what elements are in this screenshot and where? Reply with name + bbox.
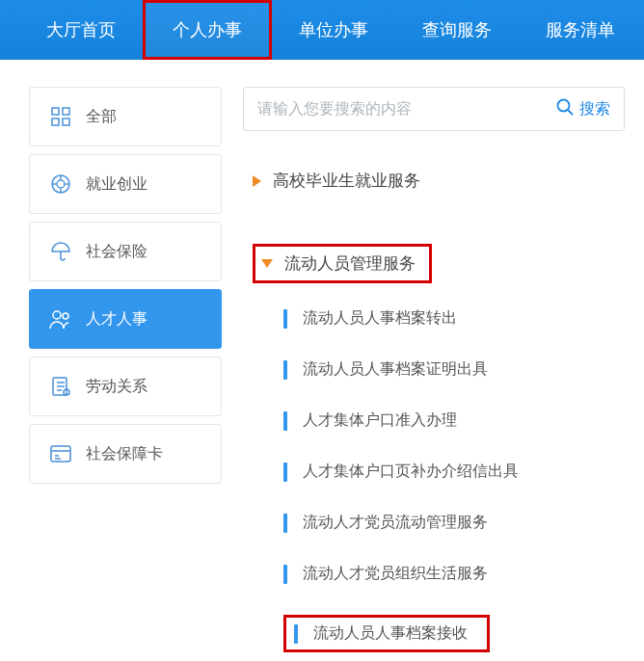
item-label: 流动人才党员组织生活服务 xyxy=(303,564,488,584)
sidebar-item-label: 社会保险 xyxy=(86,242,148,262)
item-label: 流动人员人事档案接收 xyxy=(313,623,468,644)
sidebar-item-insurance[interactable]: 社会保险 xyxy=(29,222,222,281)
nav-list[interactable]: 服务清单 xyxy=(519,0,642,60)
item-label: 人才集体户口页补办介绍信出具 xyxy=(303,462,519,482)
sidebar-item-label: 人才人事 xyxy=(86,309,148,330)
list-item[interactable]: 流动人员人事档案接收 xyxy=(243,599,625,661)
search-button-label: 搜索 xyxy=(579,99,610,119)
item-label: 流动人员人事档案证明出具 xyxy=(303,359,488,380)
list-item[interactable]: 流动人才党员流动管理服务 xyxy=(243,497,625,548)
sidebar-item-label: 社会保障卡 xyxy=(86,444,163,464)
bar-icon xyxy=(283,360,287,380)
triangle-right-icon xyxy=(253,175,261,187)
section-label: 流动人员管理服务 xyxy=(284,252,416,275)
list-item[interactable]: 流动人员人事档案转出 xyxy=(243,293,625,344)
bar-icon xyxy=(294,624,298,644)
nav-home[interactable]: 大厅首页 xyxy=(19,0,143,60)
sidebar-item-talent[interactable]: 人才人事 xyxy=(29,289,222,349)
item-label: 人才集体户口准入办理 xyxy=(303,410,457,431)
document-icon xyxy=(49,375,72,398)
sidebar-item-employment[interactable]: 就业创业 xyxy=(29,154,222,214)
list-item[interactable]: 人才集体户口页补办介绍信出具 xyxy=(243,446,625,497)
item-label: 流动人员人事档案转出 xyxy=(303,308,457,329)
nav-personal[interactable]: 个人办事 xyxy=(143,0,272,60)
search-button[interactable]: 搜索 xyxy=(556,98,610,119)
svg-point-11 xyxy=(558,100,570,112)
people-icon xyxy=(49,307,72,330)
list-item[interactable]: 流动人才党员组织生活服务 xyxy=(243,548,625,599)
triangle-down-icon xyxy=(261,259,273,268)
card-icon xyxy=(49,442,72,465)
search-icon xyxy=(556,98,574,119)
umbrella-icon xyxy=(49,240,72,263)
sidebar-item-card[interactable]: 社会保障卡 xyxy=(29,424,222,484)
svg-point-5 xyxy=(57,180,65,188)
list-item[interactable]: 流动人员人事档案证明出具 xyxy=(243,344,625,395)
bar-icon xyxy=(283,309,287,329)
svg-point-7 xyxy=(63,313,68,319)
svg-rect-0 xyxy=(52,108,59,115)
sidebar-item-all[interactable]: 全部 xyxy=(29,87,222,146)
item-label: 流动人才党员流动管理服务 xyxy=(303,513,488,533)
search-box: 搜索 xyxy=(243,87,625,131)
bar-icon xyxy=(283,565,287,584)
grid-icon xyxy=(49,105,72,128)
main-panel: 搜索 高校毕业生就业服务 流动人员管理服务 流动人员人事档案转出 流动人员人事档… xyxy=(243,87,625,661)
bar-icon xyxy=(283,463,287,482)
search-input[interactable] xyxy=(257,100,556,118)
list-item[interactable]: 人才集体户口准入办理 xyxy=(243,395,625,446)
svg-rect-1 xyxy=(63,108,69,115)
top-navigation: 大厅首页 个人办事 单位办事 查询服务 服务清单 xyxy=(0,0,644,60)
sidebar: 全部 就业创业 社会保险 人才人事 劳动关系 xyxy=(29,87,222,661)
sidebar-item-label: 全部 xyxy=(86,107,117,127)
svg-rect-3 xyxy=(63,119,69,125)
sidebar-item-labor[interactable]: 劳动关系 xyxy=(29,357,222,416)
bar-icon xyxy=(283,411,287,431)
section-graduates[interactable]: 高校毕业生就业服务 xyxy=(243,160,625,201)
svg-rect-2 xyxy=(52,119,59,125)
section-mobility[interactable]: 流动人员管理服务 xyxy=(243,234,625,293)
target-icon xyxy=(49,172,72,196)
section-items: 流动人员人事档案转出 流动人员人事档案证明出具 人才集体户口准入办理 人才集体户… xyxy=(243,293,625,661)
nav-unit[interactable]: 单位办事 xyxy=(272,0,395,60)
bar-icon xyxy=(283,514,287,533)
sidebar-item-label: 劳动关系 xyxy=(86,377,148,397)
sidebar-item-label: 就业创业 xyxy=(86,174,148,195)
svg-point-6 xyxy=(53,311,61,319)
nav-query[interactable]: 查询服务 xyxy=(395,0,519,60)
section-label: 高校毕业生就业服务 xyxy=(273,170,420,192)
